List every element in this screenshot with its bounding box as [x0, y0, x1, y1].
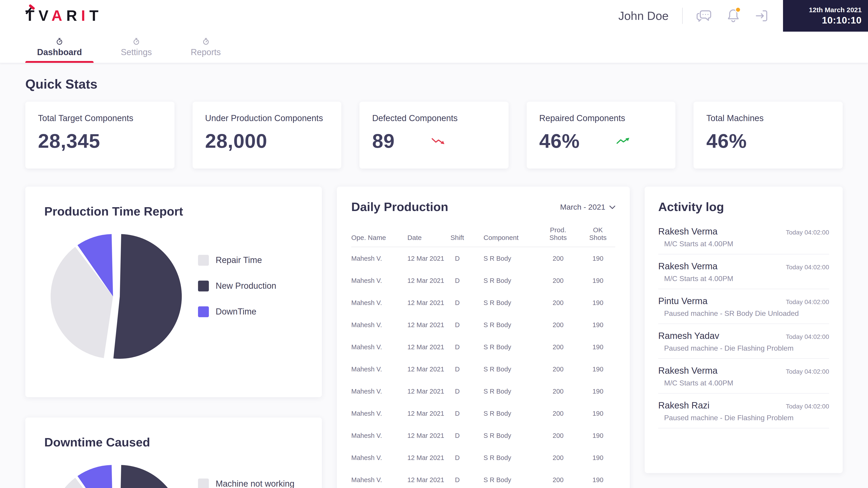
activity-description: M/C Starts at 4.00PM	[658, 379, 829, 387]
cell-ok-shots: 190	[581, 476, 615, 483]
cell-shift: D	[451, 343, 482, 350]
daily-production-title: Daily Production	[351, 200, 448, 214]
stat-label: Repaired Components	[539, 113, 663, 123]
tab[interactable]: Settings	[109, 32, 164, 63]
chat-button[interactable]	[696, 8, 712, 24]
tab-label: Settings	[121, 47, 152, 57]
chevron-down-icon	[610, 205, 615, 209]
trend-up-icon	[616, 136, 631, 145]
activity-time: Today 04:02:00	[786, 402, 829, 410]
cell-operator-name: Mahesh V.	[351, 343, 405, 350]
legend-item: Machine not working	[198, 479, 294, 488]
cell-component: S R Body	[484, 299, 536, 306]
tab-label: Reports	[191, 47, 221, 57]
cell-prod-shots: 200	[537, 387, 579, 395]
tab[interactable]: Reports	[179, 32, 232, 63]
tab-label: Dashboard	[37, 47, 82, 57]
table-row: Mahesh V. 12 Mar 2021 D S R Body 200 190	[351, 380, 615, 402]
activity-description: Paused machine - Die Flashing Problem	[658, 414, 829, 422]
activity-entry-header: Pintu Verma Today 04:02:00	[658, 296, 829, 306]
time-label: 10:10:10	[822, 15, 862, 26]
datetime-box: 12th March 2021 10:10:10	[783, 0, 868, 32]
cell-component: S R Body	[484, 454, 536, 461]
cell-prod-shots: 200	[537, 321, 579, 328]
legend-swatch	[198, 306, 209, 317]
cell-ok-shots: 190	[581, 410, 615, 417]
tab[interactable]: Dashboard	[25, 32, 94, 63]
stat-value: 28,345	[38, 130, 100, 152]
activity-name: Rakesh Verma	[658, 226, 717, 237]
cell-date: 12 Mar 2021	[407, 454, 449, 461]
notifications-button[interactable]	[726, 8, 741, 24]
logo-hammer-icon	[22, 3, 36, 18]
activity-time: Today 04:02:00	[786, 229, 829, 236]
month-filter-dropdown[interactable]: March - 2021	[560, 203, 615, 212]
cell-prod-shots: 200	[537, 476, 579, 483]
activity-time: Today 04:02:00	[786, 298, 829, 305]
activity-time: Today 04:02:00	[786, 368, 829, 375]
cell-ok-shots: 190	[581, 299, 615, 306]
stopwatch-icon	[202, 37, 210, 45]
stopwatch-icon	[56, 37, 63, 45]
header-divider	[682, 8, 683, 24]
stat-value-row: 89	[372, 130, 496, 152]
activity-name: Ramesh Yadav	[658, 331, 719, 341]
top-bar-right: John Doe	[618, 0, 868, 32]
activity-description: M/C Starts at 4.00PM	[658, 275, 829, 283]
table-row: Mahesh V. 12 Mar 2021 D S R Body 200 190	[351, 447, 615, 468]
downtime-pie	[48, 459, 184, 488]
cell-date: 12 Mar 2021	[407, 277, 449, 284]
cell-date: 12 Mar 2021	[407, 255, 449, 262]
table-header-row: Ope. Name Date Shift Component Prod. Sho…	[351, 226, 615, 247]
activity-name: Rakesh Razi	[658, 400, 710, 411]
downtime-chart: Machine not working	[44, 459, 304, 488]
cell-shift: D	[451, 387, 482, 395]
cell-date: 12 Mar 2021	[407, 321, 449, 328]
stat-card: Repaired Components 46%	[527, 102, 676, 168]
cell-date: 12 Mar 2021	[407, 476, 449, 483]
user-name[interactable]: John Doe	[618, 9, 669, 23]
logo-letter: V	[38, 7, 51, 24]
cell-ok-shots: 190	[581, 365, 615, 372]
activity-entry-header: Rakesh Verma Today 04:02:00	[658, 226, 829, 237]
activity-entry: Rakesh Razi Today 04:02:00 Paused machin…	[658, 394, 829, 428]
legend-swatch	[198, 255, 209, 266]
cell-date: 12 Mar 2021	[407, 432, 449, 439]
logout-button[interactable]	[754, 8, 770, 24]
activity-description: Paused machine - Die Flashing Problem	[658, 344, 829, 352]
activity-entry-header: Rakesh Verma Today 04:02:00	[658, 261, 829, 271]
stat-label: Under Production Components	[205, 113, 329, 123]
cell-component: S R Body	[484, 321, 536, 328]
cell-operator-name: Mahesh V.	[351, 432, 405, 439]
cell-operator-name: Mahesh V.	[351, 410, 405, 417]
logo-text: TVARIT	[25, 7, 103, 24]
cell-shift: D	[451, 454, 482, 461]
legend-item: Repair Time	[198, 255, 276, 266]
table-row: Mahesh V. 12 Mar 2021 D S R Body 200 190	[351, 358, 615, 380]
cell-component: S R Body	[484, 277, 536, 284]
legend-label: Machine not working	[216, 479, 294, 488]
cell-date: 12 Mar 2021	[407, 299, 449, 306]
notification-dot	[735, 7, 741, 13]
cell-prod-shots: 200	[537, 299, 579, 306]
legend-item: New Production	[198, 281, 276, 291]
logo-letter: R	[66, 7, 81, 24]
legend-item: DownTime	[198, 306, 276, 317]
stat-value-row: 28,345	[38, 130, 162, 152]
cell-operator-name: Mahesh V.	[351, 321, 405, 328]
legend-label: DownTime	[216, 307, 256, 317]
activity-log-list: Rakesh Verma Today 04:02:00 M/C Starts a…	[658, 220, 829, 428]
cell-prod-shots: 200	[537, 277, 579, 284]
cell-ok-shots: 190	[581, 277, 615, 284]
table-row: Mahesh V. 12 Mar 2021 D S R Body 200 190	[351, 269, 615, 291]
cell-ok-shots: 190	[581, 387, 615, 395]
daily-production-header: Daily Production March - 2021	[351, 200, 615, 214]
table-row: Mahesh V. 12 Mar 2021 D S R Body 200 190	[351, 291, 615, 314]
cell-component: S R Body	[484, 343, 536, 350]
activity-name: Rakesh Verma	[658, 261, 717, 271]
stat-value: 89	[372, 130, 395, 152]
logo[interactable]: TVARIT	[25, 7, 103, 24]
logo-letter: A	[51, 7, 66, 24]
quick-stats-row: Total Target Components 28,345 Under Pro…	[25, 102, 843, 168]
column-header: Component	[484, 234, 536, 241]
